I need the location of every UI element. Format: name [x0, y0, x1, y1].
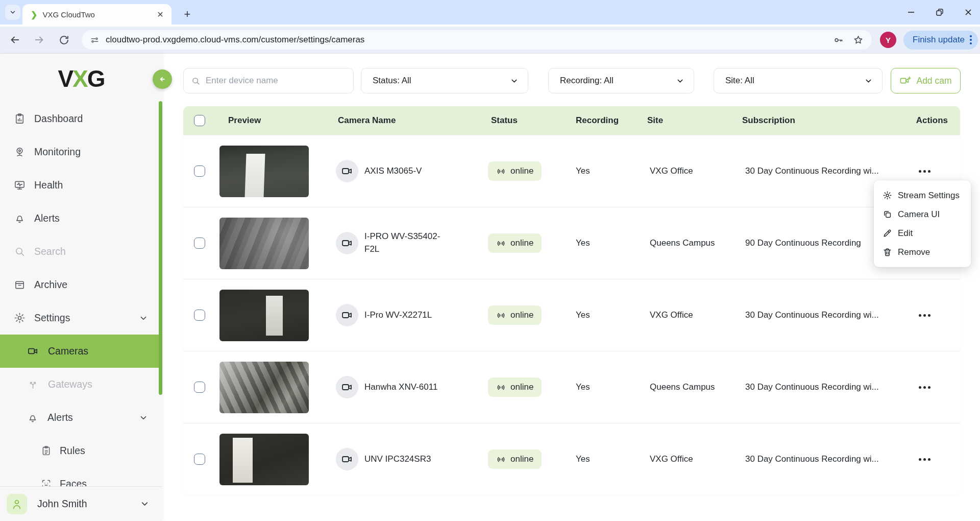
archive-icon: [14, 279, 26, 291]
broadcast-icon: [496, 239, 506, 248]
sidebar-item-gateways[interactable]: Gateways: [0, 368, 162, 401]
row-actions-button[interactable]: [919, 314, 930, 317]
restore-icon[interactable]: [933, 6, 946, 19]
camera-preview-image[interactable]: [219, 434, 309, 485]
recording-filter-dropdown[interactable]: Recording: All: [548, 68, 694, 93]
browser-toolbar: cloudtwo-prod.vxgdemo.cloud-vms.com/cust…: [0, 27, 980, 54]
chevron-down-icon: [140, 499, 150, 509]
camera-plus-icon: [899, 75, 912, 86]
site-info-icon[interactable]: [90, 35, 100, 45]
subscription-value: 30 Day Continuous Recording wi...: [730, 310, 898, 320]
camera-preview-image[interactable]: [219, 218, 309, 269]
faces-icon: [41, 479, 52, 486]
select-all-checkbox[interactable]: [194, 115, 205, 126]
header-status: Status: [479, 115, 564, 126]
camera-name: I-PRO WV-S35402-F2L: [364, 230, 441, 255]
site-value: Queens Campus: [650, 238, 715, 248]
header-preview: Preview: [216, 115, 326, 126]
table-row: I-PRO WV-S35402-F2L online Yes Queens Ca…: [183, 207, 960, 279]
sidebar-item-faces[interactable]: Faces: [0, 467, 162, 486]
header-camera-name: Camera Name: [326, 115, 479, 126]
sidebar-item-cameras[interactable]: Cameras: [0, 335, 162, 368]
status-badge: online: [488, 377, 542, 397]
forward-icon[interactable]: [31, 31, 48, 49]
sidebar-item-search[interactable]: Search: [0, 235, 162, 268]
row-checkbox[interactable]: [194, 454, 205, 465]
site-filter-dropdown[interactable]: Site: All: [714, 68, 883, 93]
add-cam-button[interactable]: Add cam: [891, 68, 961, 93]
menu-item-camera-ui[interactable]: Camera UI: [874, 205, 971, 224]
status-badge: online: [488, 449, 542, 469]
menu-item-stream-settings[interactable]: Stream Settings: [874, 186, 971, 205]
subscription-value: 30 Day Continuous Recording wi...: [730, 454, 898, 464]
camera-preview-image[interactable]: [219, 362, 309, 413]
sidebar-item-dashboard[interactable]: Dashboard: [0, 102, 162, 135]
sidebar-item-alerts-sub[interactable]: Alerts: [0, 401, 162, 434]
table-header: Preview Camera Name Status Recording Sit…: [183, 106, 960, 135]
status-badge: online: [488, 233, 542, 253]
sidebar-item-settings[interactable]: Settings: [0, 301, 162, 335]
cameras-table: Preview Camera Name Status Recording Sit…: [183, 106, 960, 495]
status-filter-dropdown[interactable]: Status: All: [361, 68, 528, 93]
profile-avatar[interactable]: Y: [880, 32, 896, 48]
address-bar[interactable]: cloudtwo-prod.vxgdemo.cloud-vms.com/cust…: [82, 30, 872, 50]
search-icon: [191, 76, 201, 86]
password-key-icon[interactable]: [833, 35, 844, 45]
user-menu[interactable]: John Smith: [0, 486, 162, 521]
sidebar-item-archive[interactable]: Archive: [0, 268, 162, 301]
sidebar-item-monitoring[interactable]: Monitoring: [0, 135, 162, 169]
row-actions-menu: Stream Settings Camera UI Edit Remove: [874, 180, 971, 267]
monitoring-icon: [14, 146, 26, 158]
row-actions-button[interactable]: [919, 386, 930, 389]
bookmark-star-icon[interactable]: [853, 35, 864, 45]
row-checkbox[interactable]: [194, 310, 205, 321]
browser-chrome: ❯ VXG CloudTwo ✕ +: [0, 0, 980, 54]
subscription-value: 30 Day Continuous Recording wi...: [730, 166, 898, 176]
pencil-icon: [883, 228, 892, 238]
main-content: Enter device name Status: All Recording:…: [162, 54, 980, 521]
row-checkbox[interactable]: [194, 382, 205, 393]
row-checkbox[interactable]: [194, 165, 205, 177]
menu-item-remove[interactable]: Remove: [874, 243, 971, 262]
browser-tab[interactable]: ❯ VXG CloudTwo ✕: [22, 4, 172, 25]
reload-icon[interactable]: [55, 31, 72, 49]
row-actions-button[interactable]: [919, 170, 930, 173]
tab-search-button[interactable]: [5, 5, 20, 20]
table-row: I-Pro WV-X2271L online Yes VXG Office 30…: [183, 279, 960, 351]
site-value: VXG Office: [650, 310, 693, 320]
row-actions-button[interactable]: [919, 458, 930, 461]
finish-update-button[interactable]: Finish update: [903, 31, 978, 50]
overlap-squares-icon: [883, 209, 892, 219]
sidebar-collapse-button[interactable]: [153, 69, 172, 89]
rules-icon: [41, 445, 52, 456]
gear-icon: [883, 191, 892, 200]
chevron-down-icon: [864, 77, 873, 85]
tab-close-icon[interactable]: ✕: [155, 9, 165, 19]
header-recording: Recording: [564, 115, 635, 126]
search-placeholder: Enter device name: [206, 76, 278, 86]
chevron-down-icon: [139, 314, 148, 323]
recording-value: Yes: [564, 238, 635, 248]
camera-preview-image[interactable]: [219, 290, 309, 341]
broadcast-icon: [496, 311, 506, 320]
close-icon[interactable]: [962, 6, 975, 19]
minimize-icon[interactable]: [904, 6, 918, 19]
device-search-input[interactable]: Enter device name: [183, 68, 354, 93]
camera-icon: [336, 376, 358, 398]
sidebar-scrollbar[interactable]: [159, 101, 162, 395]
sidebar-item-health[interactable]: Health: [0, 169, 162, 202]
row-checkbox[interactable]: [194, 238, 205, 249]
new-tab-button[interactable]: +: [180, 7, 195, 22]
back-icon[interactable]: [6, 31, 23, 49]
camera-preview-image[interactable]: [219, 146, 309, 197]
bell-icon: [27, 412, 38, 423]
user-name: John Smith: [37, 498, 87, 510]
sidebar-item-rules[interactable]: Rules: [0, 434, 162, 467]
sidebar-item-alerts[interactable]: Alerts: [0, 202, 162, 235]
trash-icon: [883, 247, 892, 257]
browser-menu-icon[interactable]: [970, 35, 972, 44]
site-value: VXG Office: [650, 454, 693, 464]
sidebar: VXG Dashboard Monitoring Health Alerts: [0, 54, 162, 521]
arrow-left-icon: [158, 75, 167, 84]
menu-item-edit[interactable]: Edit: [874, 224, 971, 243]
